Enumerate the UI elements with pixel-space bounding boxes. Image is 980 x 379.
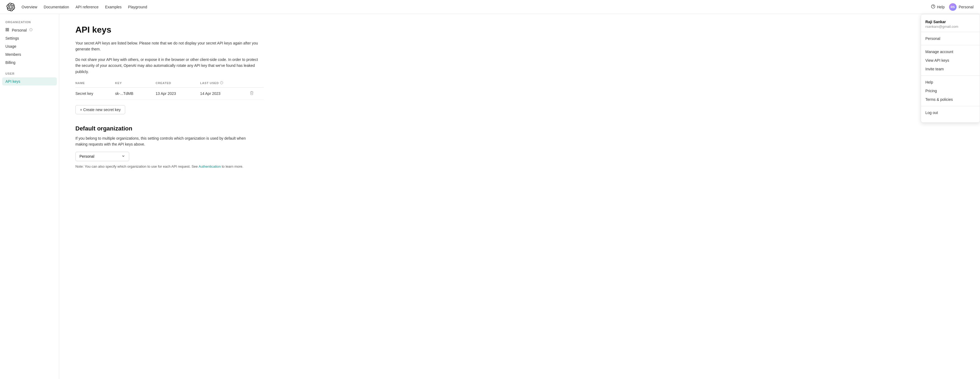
table-header-key: KEY bbox=[115, 79, 156, 88]
svg-rect-5 bbox=[6, 30, 7, 31]
sidebar-item-personal[interactable]: Personal bbox=[0, 26, 59, 34]
user-dropdown-menu: Raji Sankar rsankarx@gmail.com Personal … bbox=[921, 14, 980, 123]
sidebar-org-section-label: ORGANIZATION bbox=[0, 21, 59, 26]
openai-logo bbox=[6, 3, 15, 11]
nav-overview[interactable]: Overview bbox=[22, 4, 37, 10]
dropdown-section-personal: Personal bbox=[921, 32, 980, 45]
sidebar-item-members[interactable]: Members bbox=[0, 50, 59, 59]
dropdown-user-info: Raji Sankar rsankarx@gmail.com bbox=[921, 18, 980, 32]
sidebar-item-usage[interactable]: Usage bbox=[0, 42, 59, 50]
dropdown-user-name: Raji Sankar bbox=[925, 20, 975, 24]
sidebar-item-api-keys[interactable]: API keys bbox=[2, 77, 57, 85]
note-text: Note: You can also specify which organiz… bbox=[75, 165, 258, 168]
dropdown-item-pricing[interactable]: Pricing bbox=[921, 86, 980, 95]
default-org-title: Default organization bbox=[75, 125, 964, 132]
authentication-link[interactable]: Authentication bbox=[199, 165, 221, 168]
org-select-value: Personal bbox=[80, 154, 94, 158]
dropdown-item-view-api-keys[interactable]: View API keys bbox=[921, 56, 980, 65]
topnav-links: Overview Documentation API reference Exa… bbox=[22, 4, 931, 10]
api-keys-table: NAME KEY CREATED LAST USED bbox=[75, 79, 264, 100]
dropdown-item-invite-team[interactable]: Invite team bbox=[921, 65, 980, 73]
topnav-right: Help RS Personal bbox=[931, 3, 974, 11]
help-label: Help bbox=[937, 5, 945, 9]
delete-key-button[interactable] bbox=[250, 91, 254, 96]
table-header-last-used: LAST USED bbox=[200, 79, 250, 88]
dropdown-item-logout[interactable]: Log out bbox=[921, 108, 980, 117]
dropdown-section-account: Manage account View API keys Invite team bbox=[921, 45, 980, 76]
dropdown-item-manage-account[interactable]: Manage account bbox=[921, 48, 980, 56]
dropdown-item-help[interactable]: Help bbox=[921, 78, 980, 86]
topnav: Overview Documentation API reference Exa… bbox=[0, 0, 980, 14]
dropdown-section-help: Help Pricing Terms & policies bbox=[921, 76, 980, 106]
key-last-used: 14 Apr 2023 bbox=[200, 87, 250, 99]
sidebar: ORGANIZATION Personal Settings Usage Mem… bbox=[0, 14, 59, 379]
org-select-wrapper: Personal bbox=[75, 152, 964, 161]
description-2: Do not share your API key with others, o… bbox=[75, 57, 258, 75]
org-select[interactable]: Personal bbox=[75, 152, 129, 161]
dropdown-section-logout: Log out bbox=[921, 106, 980, 119]
sidebar-item-billing[interactable]: Billing bbox=[0, 59, 59, 67]
sidebar-org-name: Personal bbox=[12, 28, 27, 32]
dropdown-user-email: rsankarx@gmail.com bbox=[925, 24, 975, 29]
table-row: Secret key sk-...TdMB 13 Apr 2023 14 Apr… bbox=[75, 87, 264, 99]
personal-menu-button[interactable]: RS Personal bbox=[949, 3, 974, 11]
organization-icon bbox=[5, 28, 9, 32]
svg-rect-4 bbox=[8, 30, 9, 31]
help-button[interactable]: Help bbox=[931, 4, 945, 10]
nav-api-reference[interactable]: API reference bbox=[76, 4, 99, 10]
dropdown-item-terms-policies[interactable]: Terms & policies bbox=[921, 95, 980, 104]
main-content: API keys Your secret API keys are listed… bbox=[59, 14, 980, 379]
key-created: 13 Apr 2023 bbox=[156, 87, 200, 99]
layout: ORGANIZATION Personal Settings Usage Mem… bbox=[0, 14, 980, 379]
table-header-actions bbox=[250, 79, 264, 88]
key-name: Secret key bbox=[75, 87, 115, 99]
sidebar-item-settings[interactable]: Settings bbox=[0, 34, 59, 42]
chevron-down-icon bbox=[121, 154, 125, 159]
svg-rect-3 bbox=[8, 28, 9, 29]
dropdown-item-personal[interactable]: Personal bbox=[921, 34, 980, 43]
sidebar-user-section-label: USER bbox=[0, 72, 59, 77]
description-1: Your secret API keys are listed below. P… bbox=[75, 40, 258, 52]
key-value: sk-...TdMB bbox=[115, 87, 156, 99]
last-used-info-icon[interactable] bbox=[220, 81, 223, 85]
nav-playground[interactable]: Playground bbox=[128, 4, 147, 10]
table-header-created: CREATED bbox=[156, 79, 200, 88]
avatar: RS bbox=[949, 3, 956, 11]
page-title: API keys bbox=[75, 25, 964, 35]
nav-documentation[interactable]: Documentation bbox=[44, 4, 69, 10]
svg-rect-2 bbox=[6, 28, 7, 29]
create-secret-key-button[interactable]: + Create new secret key bbox=[75, 105, 125, 114]
default-org-description: If you belong to multiple organizations,… bbox=[75, 135, 258, 147]
table-header-name: NAME bbox=[75, 79, 115, 88]
info-icon bbox=[29, 28, 33, 32]
help-circle-icon bbox=[931, 4, 935, 10]
personal-label: Personal bbox=[959, 5, 974, 9]
nav-examples[interactable]: Examples bbox=[105, 4, 121, 10]
